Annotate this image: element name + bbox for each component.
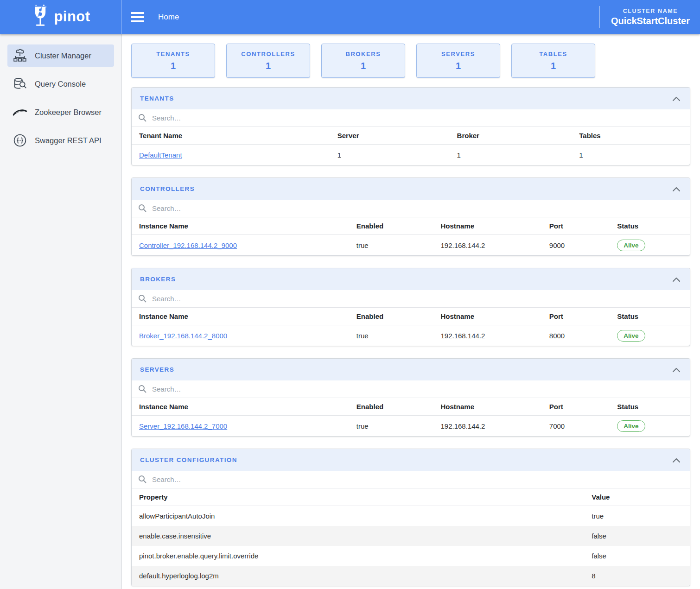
- stat-card-brokers: BROKERS 1: [321, 44, 405, 78]
- cluster-manager-icon: [12, 48, 28, 63]
- column-header: Enabled: [356, 222, 441, 230]
- stat-card-label: TENANTS: [156, 51, 190, 57]
- collapse-chevron-icon[interactable]: [671, 276, 681, 283]
- nav-home-link[interactable]: Home: [158, 13, 179, 22]
- sidebar-item-swagger-rest-api[interactable]: Swagger REST API: [7, 129, 114, 152]
- section-controllers: CONTROLLERS Instance Name Enabled Hostna…: [131, 177, 690, 256]
- brand-logo[interactable]: pinot: [0, 0, 121, 34]
- table-row: pinot.broker.enable.query.limit.override…: [132, 546, 690, 566]
- stat-card-label: BROKERS: [345, 51, 381, 57]
- column-header: Port: [549, 403, 617, 411]
- status-badge: Alive: [617, 240, 645, 251]
- section-header: CONTROLLERS: [132, 178, 690, 200]
- section-title: BROKERS: [140, 276, 176, 283]
- column-header: Enabled: [356, 403, 441, 411]
- column-header: Status: [617, 222, 682, 230]
- sidebar-item-zookeeper-browser[interactable]: Zookeeper Browser: [7, 101, 114, 123]
- stat-card-servers: SERVERS 1: [416, 44, 500, 78]
- cell-enabled: true: [356, 422, 441, 430]
- search-row: [132, 471, 690, 488]
- search-input[interactable]: [152, 295, 683, 303]
- search-row: [132, 200, 690, 217]
- search-input[interactable]: [152, 385, 683, 393]
- column-header: Hostname: [440, 312, 549, 320]
- search-icon: [138, 204, 147, 213]
- stat-card-value: 1: [171, 61, 176, 71]
- table-row: Broker_192.168.144.2_8000 true 192.168.1…: [132, 325, 690, 346]
- instance-name-link[interactable]: Broker_192.168.144.2_8000: [139, 332, 227, 340]
- section-servers: SERVERS Instance Name Enabled Hostname P…: [131, 358, 690, 437]
- table-row: allowParticipantAutoJoin true: [132, 506, 690, 526]
- collapse-chevron-icon[interactable]: [671, 456, 681, 464]
- pinot-glass-icon: [31, 4, 50, 30]
- table-row: Controller_192.168.144.2_9000 true 192.1…: [132, 235, 690, 255]
- section-title: CLUSTER CONFIGURATION: [140, 456, 237, 463]
- stat-card-label: TABLES: [539, 51, 567, 57]
- cell-value: false: [592, 532, 682, 540]
- stat-card-tenants: TENANTS 1: [131, 44, 215, 78]
- section-header: CLUSTER CONFIGURATION: [132, 449, 690, 471]
- stat-card-value: 1: [361, 61, 366, 71]
- tenant-name-link[interactable]: DefaultTenant: [139, 151, 182, 159]
- stat-card-value: 1: [266, 61, 271, 71]
- search-row: [132, 380, 690, 398]
- section-header: BROKERS: [132, 268, 690, 290]
- column-header: Enabled: [356, 312, 441, 320]
- search-input[interactable]: [152, 204, 683, 212]
- column-header: Server: [337, 132, 457, 139]
- column-header: Port: [549, 222, 617, 230]
- search-input[interactable]: [152, 114, 683, 122]
- table-header-row: Instance Name Enabled Hostname Port Stat…: [132, 217, 690, 235]
- cell-value: 8: [592, 572, 682, 580]
- sidebar-item-label: Query Console: [35, 80, 86, 89]
- cell-hostname: 192.168.144.2: [440, 241, 549, 249]
- search-icon: [138, 475, 147, 484]
- instance-name-link[interactable]: Controller_192.168.144.2_9000: [139, 241, 237, 249]
- menu-icon[interactable]: [129, 10, 146, 24]
- section-header: TENANTS: [132, 88, 690, 109]
- column-header: Tenant Name: [139, 132, 337, 139]
- table-row: Server_192.168.144.2_7000 true 192.168.1…: [132, 416, 690, 436]
- stat-card-value: 1: [551, 61, 556, 71]
- topbar: pinot Home CLUSTER NAME QuickStartCluste…: [0, 0, 700, 34]
- instance-name-link[interactable]: Server_192.168.144.2_7000: [139, 422, 227, 430]
- cell-broker-count: 1: [457, 151, 579, 159]
- search-icon: [138, 385, 147, 393]
- stat-card-label: CONTROLLERS: [241, 51, 295, 57]
- table-header-row: Instance Name Enabled Hostname Port Stat…: [132, 398, 690, 416]
- query-console-icon: [12, 76, 28, 92]
- table-header-row: Instance Name Enabled Hostname Port Stat…: [132, 308, 690, 325]
- table-header-row: Tenant Name Server Broker Tables: [132, 127, 690, 145]
- table-row: DefaultTenant 1 1 1: [132, 145, 690, 165]
- section-brokers: BROKERS Instance Name Enabled Hostname P…: [131, 268, 690, 346]
- stat-card-tables: TABLES 1: [511, 44, 595, 78]
- column-header: Status: [617, 312, 682, 320]
- column-header: Hostname: [440, 403, 549, 411]
- stat-card-label: SERVERS: [441, 51, 475, 57]
- cell-value: true: [592, 512, 682, 520]
- column-header: Tables: [579, 132, 682, 139]
- sidebar-item-label: Zookeeper Browser: [35, 108, 102, 117]
- section-title: TENANTS: [140, 95, 174, 102]
- status-badge: Alive: [617, 330, 645, 342]
- search-row: [132, 109, 690, 127]
- section-header: SERVERS: [132, 359, 690, 380]
- main-content: TENANTS 1 CONTROLLERS 1 BROKERS 1 SERVER…: [121, 34, 700, 589]
- column-header: Port: [549, 312, 617, 320]
- collapse-chevron-icon[interactable]: [671, 366, 681, 374]
- cell-hostname: 192.168.144.2: [440, 422, 549, 430]
- collapse-chevron-icon[interactable]: [671, 95, 681, 102]
- search-icon: [138, 294, 147, 303]
- column-header: Broker: [457, 132, 579, 139]
- brand-name: pinot: [54, 9, 90, 25]
- sidebar-item-cluster-manager[interactable]: Cluster Manager: [7, 44, 114, 67]
- collapse-chevron-icon[interactable]: [671, 185, 681, 193]
- sidebar-item-query-console[interactable]: Query Console: [7, 73, 114, 95]
- cell-port: 7000: [549, 422, 617, 430]
- search-input[interactable]: [152, 475, 683, 483]
- cluster-name-value: QuickStartCluster: [611, 16, 690, 26]
- table-row: enable.case.insensitive false: [132, 526, 690, 546]
- cell-enabled: true: [356, 332, 441, 340]
- sidebar-item-label: Cluster Manager: [35, 51, 91, 60]
- column-header: Property: [139, 493, 592, 501]
